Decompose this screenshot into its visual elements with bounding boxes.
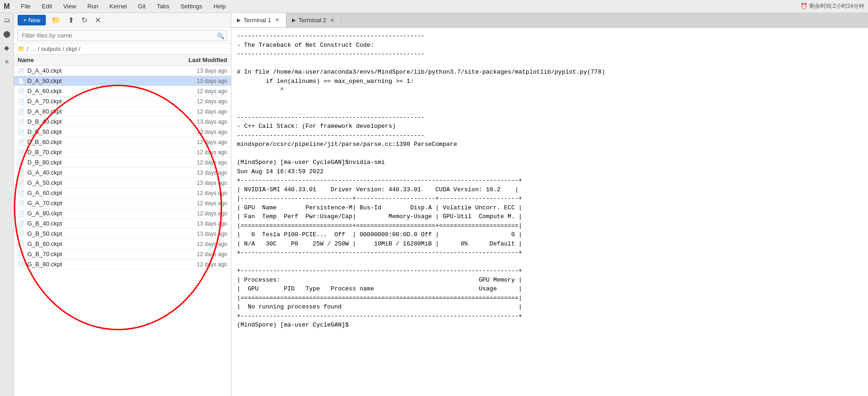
file-icon: 📄 (18, 119, 25, 125)
file-modified: 12 days ago (172, 98, 227, 105)
menu-bar: M File Edit View Run Kernel Git Tabs Set… (0, 0, 868, 13)
file-modified: 12 days ago (172, 190, 227, 196)
terminal-tab-2[interactable]: ▶ Terminal 2 ✕ (286, 13, 341, 27)
file-icon: 📄 (18, 78, 25, 84)
file-icon: 📄 (18, 88, 25, 94)
file-item[interactable]: 📄 D_A_70.ckpt 12 days ago (14, 96, 231, 107)
file-item[interactable]: 📄 D_A_40.ckpt 13 days ago (14, 66, 231, 76)
file-name: D_B_80.ckpt (27, 159, 172, 166)
file-modified: 13 days ago (172, 129, 227, 135)
file-item[interactable]: 📄 G_B_80.ckpt 12 days ago (14, 259, 231, 270)
file-icon: 📄 (18, 68, 25, 74)
search-bar: 🔍 (14, 28, 231, 44)
file-modified: 13 days ago (172, 220, 227, 227)
file-item[interactable]: 📄 D_A_80.ckpt 12 days ago (14, 107, 231, 117)
menu-run[interactable]: Run (86, 2, 100, 11)
file-icon: 📄 (18, 190, 25, 196)
menu-settings[interactable]: Settings (179, 2, 204, 11)
menu-edit[interactable]: Edit (40, 2, 54, 11)
file-name: G_B_40.ckpt (27, 220, 172, 227)
file-icon: 📄 (18, 98, 25, 105)
file-name: G_B_50.ckpt (27, 230, 172, 237)
file-item[interactable]: 📄 D_B_40.ckpt 13 days ago (14, 117, 231, 127)
file-name: G_A_40.ckpt (27, 169, 172, 176)
file-item[interactable]: 📄 G_B_50.ckpt 13 days ago (14, 229, 231, 239)
file-name: G_B_70.ckpt (27, 251, 172, 258)
clear-button[interactable]: ✕ (93, 15, 103, 25)
file-icon: 📄 (18, 251, 25, 258)
file-item[interactable]: 📄 D_B_60.ckpt 12 days ago (14, 137, 231, 147)
file-name: D_B_50.ckpt (27, 128, 172, 135)
file-name: D_A_60.ckpt (27, 88, 172, 94)
file-item[interactable]: 📄 G_A_80.ckpt 12 days ago (14, 208, 231, 219)
file-modified: 13 days ago (172, 180, 227, 186)
file-icon: 📄 (18, 149, 25, 156)
file-item[interactable]: 📄 D_B_80.ckpt 12 days ago (14, 157, 231, 168)
icon-sidebar: 🗂 ⬤ ◆ ≡ (0, 13, 14, 396)
terminal-tabs: ▶ Terminal 1 ✕ ▶ Terminal 2 ✕ (231, 13, 868, 28)
refresh-button[interactable]: ↻ (80, 15, 89, 25)
sidebar-icon-list[interactable]: ≡ (2, 57, 12, 67)
menu-help[interactable]: Help (211, 2, 228, 11)
file-item[interactable]: 📄 G_A_60.ckpt 12 days ago (14, 188, 231, 198)
terminal-content[interactable]: ----------------------------------------… (231, 28, 868, 396)
file-icon: 📄 (18, 231, 25, 237)
file-modified: 12 days ago (172, 88, 227, 94)
breadcrumb: 📁 / … / outputs / ckpt / (14, 44, 231, 55)
file-icon: 📄 (18, 139, 25, 145)
file-item[interactable]: 📄 G_A_40.ckpt 13 days ago (14, 168, 231, 178)
col-header-name[interactable]: Name (18, 57, 172, 63)
new-button[interactable]: + New (18, 15, 46, 25)
file-name: D_B_60.ckpt (27, 138, 172, 145)
file-modified: 12 days ago (172, 200, 227, 207)
file-icon: 📄 (18, 220, 25, 227)
file-name: D_A_80.ckpt (27, 108, 172, 115)
menu-file[interactable]: File (19, 2, 32, 11)
upload-button[interactable]: ⬆ (66, 15, 76, 25)
menu-git[interactable]: Git (136, 2, 148, 11)
file-item[interactable]: 📄 D_A_50.ckpt 13 days ago (14, 76, 231, 86)
new-folder-button[interactable]: 📁 (50, 15, 62, 25)
file-name: G_B_60.ckpt (27, 240, 172, 247)
file-name: G_B_80.ckpt (27, 261, 172, 268)
file-modified: 12 days ago (172, 251, 227, 258)
menu-tabs[interactable]: Tabs (155, 2, 171, 11)
file-panel: + New 📁 ⬆ ↻ ✕ 🔍 📁 / … / outputs / ckpt /… (14, 13, 231, 396)
terminal-tab-1[interactable]: ▶ Terminal 1 ✕ (231, 13, 286, 27)
file-modified: 13 days ago (172, 170, 227, 176)
file-modified: 12 days ago (172, 108, 227, 115)
col-header-modified[interactable]: Last Modified (172, 57, 227, 63)
sidebar-icon-folder[interactable]: 🗂 (2, 15, 12, 25)
file-item[interactable]: 📄 D_B_70.ckpt 12 days ago (14, 147, 231, 157)
file-item[interactable]: 📄 G_B_60.ckpt 12 days ago (14, 239, 231, 249)
terminal-tab-label-2: Terminal 2 (298, 17, 326, 24)
file-item[interactable]: 📄 D_B_50.ckpt 13 days ago (14, 127, 231, 137)
file-item[interactable]: 📄 G_B_40.ckpt 13 days ago (14, 219, 231, 229)
file-name: D_A_50.ckpt (27, 77, 172, 84)
file-modified: 13 days ago (172, 119, 227, 125)
file-name: G_A_60.ckpt (27, 189, 172, 196)
file-modified: 12 days ago (172, 241, 227, 247)
right-panel: ▶ Terminal 1 ✕ ▶ Terminal 2 ✕ ----------… (231, 13, 868, 396)
sidebar-icon-diamond[interactable]: ◆ (2, 43, 12, 53)
file-modified: 12 days ago (172, 210, 227, 217)
file-item[interactable]: 📄 G_B_70.ckpt 12 days ago (14, 249, 231, 259)
file-modified: 13 days ago (172, 68, 227, 74)
file-icon: 📄 (18, 129, 25, 135)
terminal-tab-close-2[interactable]: ✕ (329, 17, 335, 24)
file-icon: 📄 (18, 200, 25, 207)
file-item[interactable]: 📄 G_A_50.ckpt 13 days ago (14, 178, 231, 188)
breadcrumb-text: / … / outputs / ckpt / (27, 45, 81, 52)
file-item[interactable]: 📄 D_A_60.ckpt 12 days ago (14, 86, 231, 96)
file-item[interactable]: 📄 G_A_70.ckpt 12 days ago (14, 198, 231, 208)
search-icon: 🔍 (217, 32, 224, 39)
menu-view[interactable]: View (62, 2, 78, 11)
file-toolbar: + New 📁 ⬆ ↻ ✕ (14, 13, 231, 28)
file-name: G_A_80.ckpt (27, 210, 172, 217)
file-icon: 📄 (18, 180, 25, 186)
file-name: D_A_40.ckpt (27, 67, 172, 74)
sidebar-icon-circle[interactable]: ⬤ (2, 29, 12, 39)
terminal-tab-close-1[interactable]: ✕ (274, 17, 280, 23)
menu-kernel[interactable]: Kernel (108, 2, 129, 11)
search-input[interactable] (18, 30, 227, 41)
